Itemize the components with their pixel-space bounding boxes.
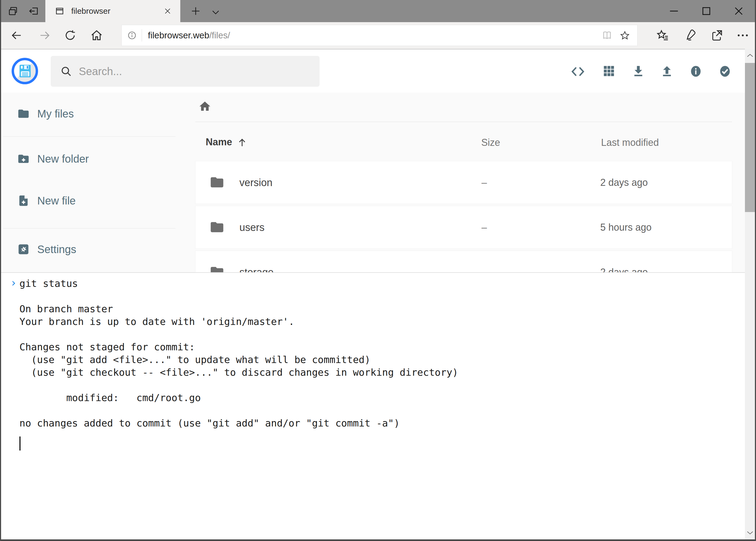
folder-icon (209, 175, 225, 190)
select-check-icon[interactable] (718, 64, 732, 79)
terminal-cursor (19, 436, 21, 450)
window-controls (658, 0, 755, 22)
tab-close-icon[interactable] (163, 7, 172, 15)
terminal-output-line (19, 290, 745, 302)
column-header-name[interactable]: Name (206, 136, 232, 148)
folder-icon (17, 108, 30, 120)
sort-ascending-icon[interactable] (236, 137, 248, 148)
filebrowser-logo[interactable] (12, 58, 38, 84)
terminal-output-line: Changes not staged for commit: (19, 340, 745, 353)
scroll-down-icon[interactable] (745, 526, 755, 539)
terminal-output-line (19, 379, 745, 391)
sidebar-item-my-files[interactable]: My files (1, 103, 179, 125)
download-icon[interactable] (631, 64, 646, 79)
terminal-command-line: ›git status (19, 277, 745, 290)
refresh-icon[interactable] (64, 29, 77, 42)
more-actions-icon[interactable] (736, 28, 750, 42)
site-info-icon[interactable] (127, 31, 137, 40)
sidebar-item-label: New folder (37, 153, 89, 165)
folder-icon (209, 220, 225, 235)
terminal-output-line (19, 404, 745, 417)
file-modified: 2 days ago (600, 177, 648, 188)
forward-icon[interactable] (38, 29, 51, 42)
sidebar-item-label: Settings (37, 244, 76, 256)
close-button[interactable] (722, 0, 755, 22)
upload-icon[interactable] (660, 64, 675, 79)
raw-editor-icon[interactable] (571, 64, 585, 79)
search-icon (60, 65, 72, 78)
terminal-command: git status (19, 278, 78, 289)
browser-window: filebrowser (0, 0, 756, 541)
sidebar-item-settings[interactable]: Settings (1, 238, 179, 261)
browser-scrollbar[interactable] (745, 49, 755, 539)
terminal-panel[interactable]: ›git status On branch master Your branch… (1, 273, 745, 539)
tab-title: filebrowser (71, 6, 163, 16)
floppy-disk-icon (17, 63, 34, 79)
search-box[interactable] (51, 56, 320, 87)
terminal-output-line: Your branch is up to date with 'origin/m… (19, 315, 745, 328)
sidebar-item-new-file[interactable]: New file (1, 190, 179, 212)
web-note-pen-icon[interactable] (682, 28, 697, 42)
terminal-output-line (19, 328, 745, 340)
url-domain: filebrowser.web (148, 30, 209, 40)
url-path: /files/ (209, 30, 230, 40)
share-icon[interactable] (710, 28, 724, 42)
browser-tab[interactable]: filebrowser (45, 0, 180, 22)
grid-view-icon[interactable] (602, 64, 617, 79)
set-tabs-aside-icon[interactable] (28, 6, 39, 16)
table-row-users[interactable]: users – 5 hours ago (195, 206, 732, 249)
table-row-version[interactable]: version – 2 days ago (195, 161, 732, 204)
address-bar[interactable]: filebrowser.web/files/ (122, 25, 637, 46)
back-icon[interactable] (10, 29, 23, 42)
minimize-button[interactable] (658, 0, 690, 22)
terminal-output-line: On branch master (19, 302, 745, 315)
tab-favicon-icon (55, 6, 64, 16)
file-size: – (481, 222, 487, 233)
sidebar-divider (3, 228, 175, 229)
new-file-icon (17, 195, 30, 207)
settings-gear-icon (17, 243, 30, 256)
sidebar-item-label: My files (37, 108, 74, 120)
tab-list-dropdown-icon[interactable] (210, 7, 221, 17)
scroll-up-icon[interactable] (745, 49, 755, 62)
reading-view-icon[interactable] (602, 30, 613, 41)
terminal-output-line: no changes added to commit (use "git add… (19, 417, 745, 429)
terminal-output-line: (use "git checkout -- <file>..." to disc… (19, 366, 745, 379)
breadcrumb-divider (195, 122, 732, 122)
favorites-hub-icon[interactable] (656, 28, 670, 42)
file-modified: 5 hours ago (600, 222, 651, 233)
file-name: version (239, 177, 273, 189)
terminal-output-line: (use "git add <file>..." to update what … (19, 353, 745, 366)
column-header-size[interactable]: Size (481, 137, 500, 148)
terminal-prompt-icon: › (10, 276, 17, 289)
home-icon[interactable] (90, 29, 103, 42)
new-folder-icon (17, 153, 30, 165)
url-text[interactable]: filebrowser.web/files/ (148, 30, 602, 41)
search-input[interactable] (78, 65, 300, 78)
tab-preview-icon[interactable] (8, 6, 18, 16)
info-icon[interactable] (689, 64, 703, 79)
table-header: Name Size Last modified (195, 136, 732, 151)
file-size: – (481, 177, 487, 188)
sidebar-item-label: New file (37, 195, 76, 207)
sidebar-item-new-folder[interactable]: New folder (1, 148, 179, 170)
add-favorite-star-icon[interactable] (620, 30, 630, 41)
terminal-output-line: modified: cmd/root.go (19, 391, 745, 404)
maximize-button[interactable] (690, 0, 722, 22)
file-name: users (239, 222, 265, 234)
column-header-modified[interactable]: Last modified (601, 137, 659, 148)
new-tab-button[interactable] (190, 5, 201, 17)
sidebar-divider (3, 136, 175, 137)
scrollbar-thumb[interactable] (745, 63, 755, 212)
breadcrumb-home-icon[interactable] (198, 100, 211, 113)
titlebar: filebrowser (1, 0, 755, 22)
